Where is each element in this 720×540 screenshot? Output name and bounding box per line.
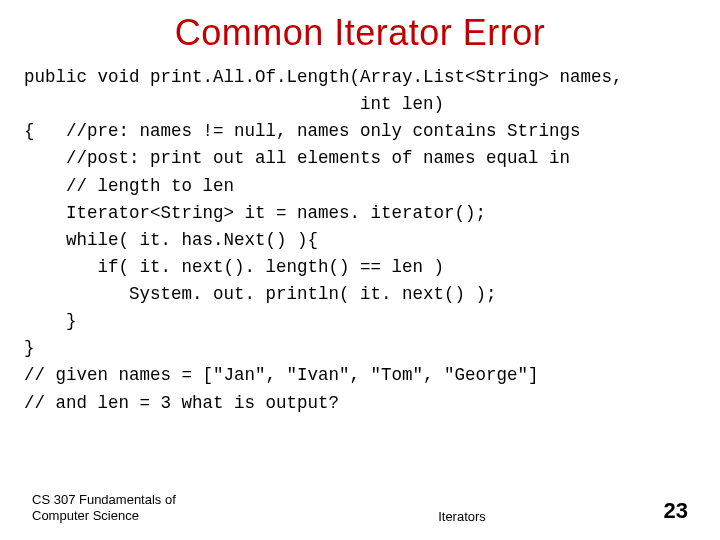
footer: CS 307 Fundamentals of Computer Science … bbox=[24, 492, 696, 541]
slide-container: Common Iterator Error public void print.… bbox=[0, 0, 720, 540]
footer-page-number: 23 bbox=[652, 498, 688, 524]
slide-title: Common Iterator Error bbox=[24, 12, 696, 54]
footer-topic: Iterators bbox=[212, 509, 652, 524]
footer-course: CS 307 Fundamentals of Computer Science bbox=[32, 492, 212, 525]
code-block: public void print.All.Of.Length(Array.Li… bbox=[24, 64, 696, 492]
